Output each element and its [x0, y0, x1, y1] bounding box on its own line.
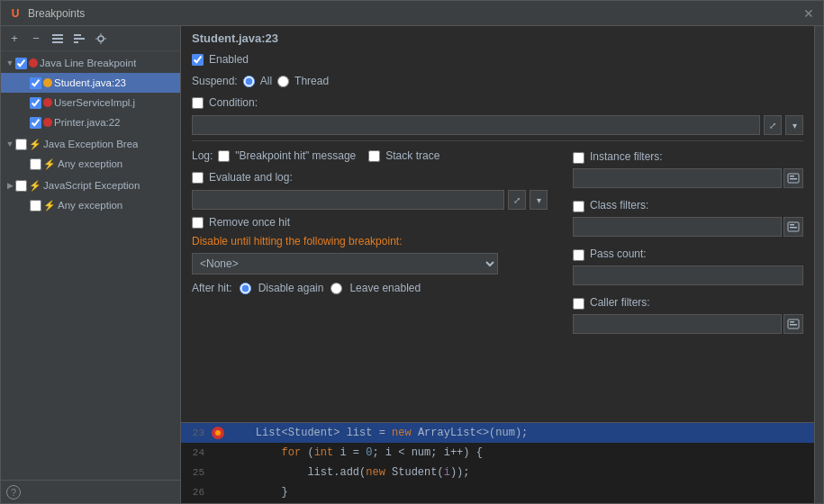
printer-item[interactable]: Printer.java:22	[1, 112, 180, 132]
instance-filters-row: Instance filters:	[573, 147, 803, 168]
class-filters-input[interactable]	[573, 217, 782, 237]
java-exc-group[interactable]: ⚡ Java Exception Brea	[1, 134, 180, 154]
printer-label: Printer.java:22	[54, 117, 121, 128]
condition-row: Condition:	[181, 92, 814, 113]
any-exc-2-item[interactable]: ⚡ Any exception	[1, 195, 180, 215]
disable-until-section: Disable until hitting the following brea…	[181, 233, 558, 249]
caller-filters-input[interactable]	[573, 314, 782, 334]
svg-rect-19	[790, 324, 797, 326]
evaluate-expand-btn[interactable]: ⤢	[508, 190, 526, 210]
any-exc-1-item[interactable]: ⚡ Any exception	[1, 154, 180, 174]
code-area: 23 List<Student> list = new ArrayList<>(…	[181, 422, 814, 503]
svg-rect-13	[790, 178, 797, 180]
form-main: Log: "Breakpoint hit" message Stack trac…	[181, 145, 814, 422]
enabled-checkbox[interactable]	[192, 54, 204, 66]
pass-count-input-row	[573, 266, 803, 285]
thread-label: Thread	[294, 75, 329, 87]
suspend-all-radio[interactable]	[243, 76, 255, 87]
caller-filters-checkbox[interactable]	[573, 298, 584, 310]
instance-filters-checkbox[interactable]	[573, 152, 584, 164]
js-exc-checkbox[interactable]	[15, 180, 27, 192]
remove-button[interactable]: −	[26, 29, 46, 49]
svg-rect-0	[52, 34, 63, 36]
svg-point-6	[98, 36, 104, 41]
condition-label: Condition:	[209, 96, 258, 109]
line-num-26: 26	[181, 487, 210, 498]
any-exc-1-label: Any exception	[58, 158, 122, 169]
left-panel: + − Java Line Breakpoint	[1, 26, 181, 503]
any-exc-1-checkbox[interactable]	[30, 158, 41, 170]
add-button[interactable]: +	[5, 29, 24, 49]
after-hit-row: After hit: Disable again Leave enabled	[181, 278, 558, 298]
java-exc-chevron	[5, 139, 15, 149]
settings-button[interactable]	[91, 29, 111, 49]
printer-checkbox[interactable]	[30, 117, 41, 129]
disable-again-radio[interactable]	[240, 283, 251, 294]
pass-count-checkbox[interactable]	[573, 249, 584, 261]
java-line-bp-checkbox[interactable]	[15, 58, 27, 69]
svg-rect-10	[104, 38, 106, 39]
window-title: Breakpoints	[28, 7, 801, 20]
svg-rect-18	[790, 321, 794, 323]
instance-filters-input-row	[573, 168, 803, 188]
condition-more-btn[interactable]: ▾	[785, 115, 803, 135]
breakpoints-window: U Breakpoints ✕ + −	[0, 0, 824, 504]
bp-hit-label: "Breakpoint hit" message	[235, 149, 356, 162]
condition-expand-btn[interactable]: ⤢	[764, 115, 782, 135]
any-exc-1-lightning: ⚡	[43, 158, 56, 170]
bp-hit-checkbox[interactable]	[218, 150, 230, 162]
student-java-item[interactable]: Student.java:23	[1, 73, 180, 93]
java-exc-checkbox[interactable]	[15, 139, 27, 150]
log-label: Log:	[192, 149, 213, 162]
pass-count-input[interactable]	[573, 266, 803, 285]
condition-input[interactable]	[192, 115, 760, 135]
js-exc-group[interactable]: ⚡ JavaScript Exception	[1, 176, 180, 195]
svg-rect-7	[101, 33, 102, 35]
code-content-23: List<Student> list = new ArrayList<>(num…	[226, 427, 814, 439]
app-icon: U	[8, 6, 23, 21]
instance-filters-browse-btn[interactable]	[783, 168, 803, 188]
class-filters-browse-btn[interactable]	[783, 217, 803, 237]
remove-once-hit-checkbox[interactable]	[192, 217, 204, 229]
breakpoints-toolbar: + −	[1, 26, 180, 51]
none-dropdown[interactable]: <None>	[192, 253, 498, 274]
bottom-help-bar: ?	[1, 480, 180, 503]
instance-filters-input[interactable]	[573, 168, 782, 188]
userservice-checkbox[interactable]	[30, 97, 41, 109]
userservice-item[interactable]: UserServiceImpl.j	[1, 93, 180, 112]
condition-checkbox[interactable]	[192, 97, 204, 109]
js-exc-chevron	[5, 180, 15, 191]
caller-filters-browse-btn[interactable]	[783, 314, 803, 334]
scrollbar[interactable]	[814, 26, 823, 503]
stack-trace-checkbox[interactable]	[368, 150, 380, 162]
svg-rect-15	[790, 224, 794, 226]
evaluate-more-btn[interactable]: ▾	[530, 190, 548, 210]
bp-red-dot	[212, 427, 224, 439]
group2-button[interactable]	[69, 29, 89, 49]
evaluate-log-checkbox[interactable]	[192, 172, 204, 184]
chevron-open	[5, 58, 15, 68]
evaluate-input[interactable]	[192, 190, 504, 210]
bp-form: Enabled Suspend: All Thread Condition:	[181, 49, 814, 422]
suspend-thread-radio[interactable]	[277, 76, 289, 87]
line-num-25: 25	[181, 467, 210, 478]
any-exc-2-checkbox[interactable]	[30, 200, 41, 212]
student-java-label: Student.java:23	[54, 77, 126, 88]
class-filters-checkbox[interactable]	[573, 201, 584, 212]
close-button[interactable]: ✕	[801, 6, 816, 21]
caller-filters-label: Caller filters:	[590, 296, 650, 309]
leave-enabled-radio[interactable]	[331, 283, 342, 294]
code-line-25: 25 list.add(new Student(i));	[181, 463, 814, 482]
java-line-bp-group[interactable]: Java Line Breakpoint	[1, 53, 180, 73]
student-java-checkbox[interactable]	[30, 77, 41, 89]
breakpoints-tree: Java Line Breakpoint Student.java:23 Use…	[1, 51, 180, 480]
svg-rect-3	[74, 34, 81, 36]
separator-1	[192, 140, 803, 141]
group1-button[interactable]	[48, 29, 68, 49]
svg-rect-12	[790, 176, 794, 177]
right-panel: Student.java:23 Enabled Suspend: All Thr…	[181, 26, 814, 503]
condition-input-row: ⤢ ▾	[181, 115, 814, 135]
help-button[interactable]: ?	[6, 485, 21, 500]
any-exc-2-label: Any exception	[58, 200, 122, 211]
caller-filters-row: Caller filters:	[573, 292, 803, 314]
